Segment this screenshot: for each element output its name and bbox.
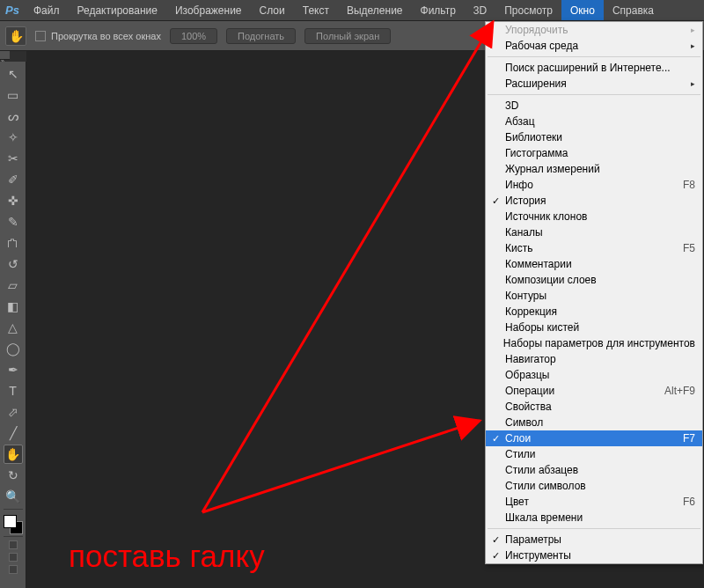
zoom-tool[interactable]: 🔍 [4, 487, 23, 506]
hand-tool[interactable]: ✋ [4, 445, 23, 464]
clone-stamp-tool[interactable]: ⛫ [4, 233, 23, 253]
check-icon: ✓ [486, 534, 505, 546]
menu-item-стили-символов[interactable]: Стили символов [486, 478, 702, 494]
menu-item-образцы[interactable]: Образцы [486, 367, 702, 383]
menu-item-коррекция[interactable]: Коррекция [486, 304, 702, 320]
rotate-view-tool[interactable]: ↻ [4, 466, 23, 485]
menu-item-журнал-измерений[interactable]: Журнал измерений [486, 161, 702, 177]
quick-mask-1[interactable] [9, 553, 18, 562]
crop-tool[interactable]: ✂ [4, 149, 23, 168]
magic-wand-tool[interactable]: ✧ [4, 128, 23, 147]
menu-item-label: Источник клонов [505, 210, 587, 223]
menu-item-label: Образцы [505, 369, 549, 381]
scroll-all-label: Прокрутка во всех окнах [51, 31, 161, 41]
move-tool[interactable]: ↖ [4, 64, 23, 84]
menu-item-комментарии[interactable]: Комментарии [486, 256, 702, 272]
dodge-tool[interactable]: ◯ [4, 339, 23, 358]
rect-marquee-tool[interactable]: ▭ [4, 85, 23, 105]
menu-справка[interactable]: Справка [604, 0, 663, 20]
menu-item-наборы-кистей[interactable]: Наборы кистей [486, 320, 702, 335]
shortcut-label: F5 [672, 242, 695, 254]
menu-item-параметры[interactable]: ✓Параметры [486, 532, 702, 548]
menu-item-абзац[interactable]: Абзац [486, 114, 702, 129]
menu-item-label: Упорядочить [505, 24, 568, 36]
menu-item-источник-клонов[interactable]: Источник клонов [486, 209, 702, 224]
menu-item-инфо[interactable]: ИнфоF8 [486, 177, 702, 193]
eyedropper-tool[interactable]: ✐ [4, 170, 23, 189]
menu-3d[interactable]: 3D [465, 0, 495, 20]
menu-файл[interactable]: Файл [25, 0, 69, 20]
menu-item-слои[interactable]: ✓СлоиF7 [486, 430, 702, 446]
menu-item-гистограмма[interactable]: Гистограмма [486, 145, 702, 161]
shortcut-label: F6 [672, 496, 695, 508]
menu-item-история[interactable]: ✓История [486, 193, 702, 209]
zoom-100-button[interactable]: 100% [170, 28, 217, 44]
menu-item-label: Наборы кистей [505, 321, 579, 334]
shortcut-label: F7 [672, 432, 695, 445]
blur-tool[interactable]: △ [4, 318, 23, 337]
shape-tool[interactable]: ╱ [4, 423, 23, 443]
menu-item-цвет[interactable]: ЦветF6 [486, 494, 702, 510]
menu-изображение[interactable]: Изображение [166, 0, 251, 20]
menu-просмотр[interactable]: Просмотр [495, 0, 561, 20]
menu-текст[interactable]: Текст [294, 0, 338, 20]
menu-item-label: Рабочая среда [505, 40, 578, 52]
menu-редактирование[interactable]: Редактирование [69, 0, 166, 20]
fullscreen-button[interactable]: Полный экран [304, 28, 391, 44]
fit-button[interactable]: Подогнать [226, 28, 296, 44]
menu-item-библиотеки[interactable]: Библиотеки [486, 129, 702, 145]
menu-item-label: Операции [505, 385, 554, 397]
menu-item-рабочая-среда[interactable]: Рабочая среда [486, 38, 702, 54]
brush-tool[interactable]: ✎ [4, 212, 23, 232]
menu-item-label: Параметры [505, 533, 561, 546]
menu-слои[interactable]: Слои [251, 0, 294, 20]
menu-item-label: 3D [505, 99, 518, 112]
menu-item-label: Свойства [505, 401, 552, 413]
menu-item-label: Кисть [505, 242, 532, 254]
gradient-tool[interactable]: ◧ [4, 297, 23, 316]
history-brush-tool[interactable]: ↺ [4, 254, 23, 274]
menu-item-символ[interactable]: Символ [486, 415, 702, 430]
menu-item-стили-абзацев[interactable]: Стили абзацев [486, 462, 702, 478]
type-tool[interactable]: T [4, 381, 23, 401]
menu-item-label: Слои [505, 432, 531, 445]
menu-фильтр[interactable]: Фильтр [412, 0, 465, 20]
lasso-tool[interactable]: ᔕ [4, 107, 23, 126]
spot-heal-tool[interactable]: ✜ [4, 191, 23, 210]
menu-item-операции[interactable]: ОперацииAlt+F9 [486, 383, 702, 399]
menu-item-стили[interactable]: Стили [486, 446, 702, 462]
menu-item-label: История [505, 195, 546, 207]
menu-item-контуры[interactable]: Контуры [486, 288, 702, 304]
menu-item-label: Стили [505, 448, 536, 460]
menu-item-шкала-времени[interactable]: Шкала времени [486, 510, 702, 526]
menu-item-label: Инфо [505, 179, 533, 191]
menu-item-упорядочить: Упорядочить [486, 22, 702, 38]
menu-item-label: Навигатор [505, 353, 556, 365]
pen-tool[interactable]: ✒ [4, 360, 23, 379]
quick-mask-2[interactable] [9, 565, 18, 574]
menu-item-наборы-параметров-для-инструментов[interactable]: Наборы параметров для инструментов [486, 335, 702, 351]
menu-item-композиции-слоев[interactable]: Композиции слоев [486, 272, 702, 288]
color-swatch[interactable] [4, 515, 23, 534]
current-tool-icon[interactable]: ✋ [5, 26, 26, 46]
menu-item-label: Гистограмма [505, 147, 568, 159]
menu-item-label: Поиск расширений в Интернете... [505, 62, 671, 74]
menu-item-поиск-расширений-в-интернете-[interactable]: Поиск расширений в Интернете... [486, 60, 702, 76]
menu-item-свойства[interactable]: Свойства [486, 399, 702, 415]
menu-item-инструменты[interactable]: ✓Инструменты [486, 548, 702, 563]
selection-tool[interactable]: ⬀ [4, 402, 23, 422]
annotation-text: поставь галку [69, 539, 265, 574]
quick-mask-0[interactable] [9, 540, 18, 549]
toolbar-collapse-strip[interactable]: » [0, 51, 10, 60]
menu-item-каналы[interactable]: Каналы [486, 224, 702, 240]
menu-окно[interactable]: Окно [561, 0, 604, 20]
menu-item-3d[interactable]: 3D [486, 98, 702, 114]
menu-item-label: Стили символов [505, 480, 586, 492]
menu-item-расширения[interactable]: Расширения [486, 76, 702, 92]
eraser-tool[interactable]: ▱ [4, 276, 23, 295]
menu-item-навигатор[interactable]: Навигатор [486, 351, 702, 367]
scroll-all-checkbox[interactable] [35, 31, 46, 41]
menu-item-кисть[interactable]: КистьF5 [486, 240, 702, 256]
menu-выделение[interactable]: Выделение [338, 0, 412, 20]
shortcut-label: F8 [672, 179, 695, 191]
